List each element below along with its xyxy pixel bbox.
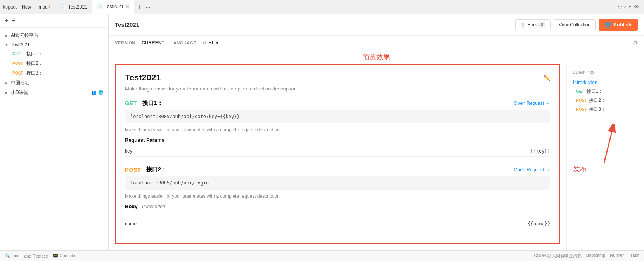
globe-icon: 🌐 — [98, 90, 104, 95]
bottom-bar-right: CSDN @人间有味是清欢 Bootcamp Runner Trash — [534, 253, 639, 259]
preview-title-text: Test2021 — [125, 73, 161, 83]
tab-add-button[interactable]: + — [134, 3, 144, 10]
open-request-label-get1: Open Request — [514, 101, 544, 106]
jump-name-post2: 接口2： — [589, 97, 606, 104]
import-button[interactable]: Import — [35, 3, 53, 10]
endpoint-name-get1: 接口1： — [142, 99, 163, 107]
params-section-get1: Request Params key {{key}} — [125, 137, 550, 157]
jump-to-post3[interactable]: POST 接口3： — [573, 106, 638, 113]
body-encoding-post2: urlencoded — [142, 204, 165, 209]
language-value: cURL — [203, 40, 215, 45]
param-name-value: {{name}} — [528, 221, 550, 226]
tab-test2021-1[interactable]: 📄 Test2021 — [56, 0, 92, 14]
tab-close-button[interactable]: ✕ — [126, 4, 129, 9]
endpoint-block-post2: POST 接口2： Open Request → localhost:8085/… — [125, 166, 550, 209]
language-select[interactable]: cURL ▾ — [203, 40, 218, 45]
endpoint-name-post2: 接口2： — [146, 166, 167, 173]
publish-button[interactable]: 🌐 Publish — [599, 19, 638, 31]
sidebar-list-icon[interactable]: ☰ — [11, 18, 16, 23]
new-button[interactable]: New — [19, 3, 33, 10]
sidebar-label-test2021: Test2021 — [11, 42, 30, 47]
version-value: CURRENT — [142, 40, 164, 45]
body-title-post2: Body — [125, 204, 138, 209]
csdn-label: CSDN @人间有味是清欢 — [534, 253, 581, 259]
sidebar-more-button[interactable]: ··· — [99, 17, 104, 24]
open-request-get1[interactable]: Open Request → — [514, 101, 550, 106]
endpoint-block-get1: GET 接口1： Open Request → localhost:8085/p… — [125, 99, 550, 157]
open-request-post2[interactable]: Open Request → — [514, 167, 550, 172]
tabs-container: 📄 Test2021 📄 Test2021 ✕ + ··· — [56, 0, 613, 14]
url-block-get1: localhost:8085/pub/api/date?key={{key}} — [125, 110, 550, 123]
preview-annotation: 预览效果 — [109, 50, 644, 64]
fork-count: 0 — [538, 22, 545, 28]
endpoint-header-get1: GET 接口1： Open Request → — [125, 99, 550, 107]
jump-to-intro[interactable]: Introduction — [573, 80, 638, 85]
sidebar-label-ai: AI能云控平台 — [11, 32, 38, 39]
find-replace-label[interactable]: 🔍 Find — [5, 253, 19, 258]
publish-annotation-area: 发布 — [573, 124, 638, 174]
fork-button[interactable]: 🍴 Fork 0 — [515, 19, 551, 30]
language-chevron-icon: ▾ — [216, 40, 218, 45]
endpoint-desc-post2: Make things easier for your teammates wi… — [125, 193, 550, 199]
jump-method-get1: GET — [576, 89, 584, 94]
content-area: Test2021 🍴 Fork 0 View Collection 🌐 Publ… — [109, 14, 644, 250]
tab-label-2: Test2021 — [105, 4, 124, 9]
sidebar-label-mobile: 中国移动 — [11, 80, 29, 86]
jump-to-get1[interactable]: GET 接口1： — [573, 88, 638, 95]
main-layout: + ☰ ··· ▶ AI能云控平台 ▼ Test2021 GET 接口1： PO… — [0, 14, 644, 250]
endpoint-title-post2: POST 接口2： — [125, 166, 167, 173]
sidebar: + ☰ ··· ▶ AI能云控平台 ▼ Test2021 GET 接口1： PO… — [0, 14, 109, 250]
bootcamp-label[interactable]: Bootcamp — [586, 253, 606, 259]
tab-more-button[interactable]: ··· — [144, 4, 152, 10]
sidebar-label-jikou2: 接口2： — [26, 60, 43, 67]
red-arrow-svg — [573, 124, 620, 171]
publish-label: Publish — [613, 22, 632, 28]
url-block-post2: localhost:8085/pub/api/login — [125, 176, 550, 190]
param-row-key: key {{key}} — [125, 146, 550, 157]
bottom-bar: 🔍 Find and Replace 📟 Console CSDN @人间有味是… — [0, 250, 644, 261]
find-replace-text: and Replace — [24, 254, 48, 258]
sidebar-add-button[interactable]: + — [5, 17, 8, 24]
runner-label[interactable]: Runner — [610, 253, 624, 259]
method-get-badge-1: GET — [125, 100, 137, 106]
sidebar-item-post-jikou3[interactable]: POST 接口3： — [0, 68, 108, 78]
param-key-label: key — [125, 148, 530, 154]
sidebar-item-xiaod[interactable]: ▶ 小D课堂 👥 🌐 — [0, 88, 108, 97]
language-key: LANGUAGE — [171, 40, 197, 45]
trash-label[interactable]: Trash — [628, 253, 639, 259]
eye-icon[interactable]: 👁 — [634, 4, 639, 10]
fork-icon: 🍴 — [520, 22, 526, 28]
open-request-label-post2: Open Request — [514, 167, 544, 172]
body-section-post2: Body urlencoded — [125, 204, 550, 209]
version-key: VERSION — [115, 40, 135, 45]
console-label[interactable]: 📟 Console — [53, 253, 75, 258]
jump-method-post2: POST — [576, 98, 587, 103]
edit-icon[interactable]: ✏️ — [544, 75, 550, 81]
preview-collection-title: Test2021 ✏️ — [125, 73, 550, 83]
header-actions: 🍴 Fork 0 View Collection 🌐 Publish — [515, 19, 638, 31]
sidebar-item-get-jikou1[interactable]: GET 接口1： — [0, 49, 108, 59]
method-get-1: GET — [12, 52, 24, 56]
sidebar-item-china-mobile[interactable]: ▶ 中国移动 — [0, 78, 108, 88]
sidebar-label-xiaod: 小D课堂 — [11, 89, 28, 96]
tab-test2021-2[interactable]: 📄 Test2021 ✕ — [92, 0, 135, 14]
endpoint-header-post2: POST 接口2： Open Request → — [125, 166, 550, 173]
sidebar-header: + ☰ ··· — [0, 14, 108, 28]
method-post-3: POST — [12, 71, 24, 75]
jump-to-post2[interactable]: POST 接口2： — [573, 97, 638, 104]
sidebar-label-jikou3: 接口3： — [26, 70, 43, 77]
sidebar-item-test2021[interactable]: ▼ Test2021 — [0, 40, 108, 49]
people-icon: 👥 — [91, 90, 97, 95]
view-collection-button[interactable]: View Collection — [554, 19, 596, 30]
tab-icon-2: 📄 — [97, 4, 102, 9]
user-dropdown-icon[interactable]: ▾ — [629, 5, 631, 9]
gear-icon[interactable]: ⚙ — [633, 40, 638, 46]
preview-border: Test2021 ✏️ Make things easier for your … — [115, 64, 560, 244]
method-post-badge-2: POST — [125, 166, 141, 173]
content-header: Test2021 🍴 Fork 0 View Collection 🌐 Publ… — [109, 14, 644, 36]
tab-icon-1: 📄 — [61, 4, 66, 9]
open-request-arrow-post2: → — [545, 167, 550, 172]
sidebar-item-post-jikou2[interactable]: POST 接口2： — [0, 59, 108, 68]
sidebar-item-ai[interactable]: ▶ AI能云控平台 — [0, 31, 108, 40]
jump-name-get1: 接口1： — [587, 88, 603, 95]
